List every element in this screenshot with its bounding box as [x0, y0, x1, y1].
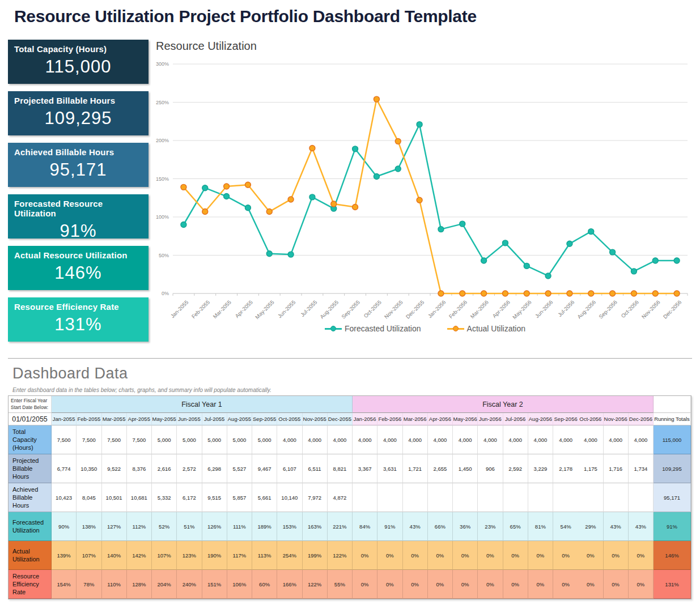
data-cell[interactable]: 4,000	[353, 425, 377, 454]
data-cell[interactable]	[578, 483, 603, 512]
data-cell[interactable]: 0%	[478, 570, 503, 599]
data-cell[interactable]: 91%	[377, 512, 402, 541]
data-cell[interactable]: 10,501	[102, 483, 127, 512]
data-cell[interactable]: 199%	[303, 541, 328, 570]
data-cell[interactable]: 3,229	[528, 454, 553, 483]
data-cell[interactable]: 126%	[202, 512, 227, 541]
data-cell[interactable]: 0%	[503, 570, 528, 599]
data-cell[interactable]: 4,000	[453, 425, 478, 454]
data-cell[interactable]: 2,572	[177, 454, 202, 483]
data-cell[interactable]: 0%	[478, 541, 503, 570]
data-cell[interactable]: 5,857	[227, 483, 252, 512]
data-cell[interactable]: 9,467	[252, 454, 277, 483]
data-cell[interactable]	[528, 483, 553, 512]
data-cell[interactable]: 4,000	[303, 425, 328, 454]
data-cell[interactable]: 84%	[353, 512, 377, 541]
data-cell[interactable]: 154%	[52, 570, 77, 599]
data-cell[interactable]: 5,000	[152, 425, 177, 454]
data-cell[interactable]: 254%	[277, 541, 302, 570]
data-cell[interactable]: 0%	[503, 541, 528, 570]
data-cell[interactable]	[604, 483, 629, 512]
data-cell[interactable]: 189%	[252, 512, 277, 541]
data-cell[interactable]: 52%	[152, 512, 177, 541]
data-cell[interactable]: 5,000	[177, 425, 202, 454]
data-cell[interactable]: 4,000	[553, 425, 578, 454]
data-cell[interactable]: 140%	[102, 541, 127, 570]
data-cell[interactable]	[428, 483, 453, 512]
data-cell[interactable]: 204%	[152, 570, 177, 599]
data-cell[interactable]	[503, 483, 528, 512]
data-cell[interactable]: 127%	[102, 512, 127, 541]
data-cell[interactable]: 65%	[503, 512, 528, 541]
data-cell[interactable]: 107%	[77, 541, 101, 570]
data-cell[interactable]: 8,376	[127, 454, 152, 483]
data-cell[interactable]: 2,616	[152, 454, 177, 483]
data-cell[interactable]: 240%	[177, 570, 202, 599]
data-cell[interactable]: 29%	[578, 512, 603, 541]
data-cell[interactable]: 0%	[553, 570, 578, 599]
data-cell[interactable]: 23%	[478, 512, 503, 541]
data-cell[interactable]: 60%	[252, 570, 277, 599]
data-cell[interactable]: 10,350	[77, 454, 101, 483]
data-cell[interactable]: 166%	[277, 570, 302, 599]
data-cell[interactable]: 4,000	[277, 425, 302, 454]
data-cell[interactable]: 43%	[604, 512, 629, 541]
data-cell[interactable]: 113%	[252, 541, 277, 570]
data-cell[interactable]: 4,000	[428, 425, 453, 454]
data-cell[interactable]	[377, 483, 402, 512]
data-cell[interactable]: 6,172	[177, 483, 202, 512]
data-cell[interactable]: 0%	[353, 541, 377, 570]
data-cell[interactable]: 138%	[77, 512, 101, 541]
data-cell[interactable]	[478, 483, 503, 512]
data-cell[interactable]: 0%	[453, 570, 478, 599]
data-cell[interactable]: 5,000	[227, 425, 252, 454]
data-cell[interactable]: 107%	[152, 541, 177, 570]
data-cell[interactable]: 1,721	[403, 454, 428, 483]
data-cell[interactable]: 112%	[127, 512, 152, 541]
data-cell[interactable]: 7,500	[102, 425, 127, 454]
data-cell[interactable]: 4,000	[377, 425, 402, 454]
data-cell[interactable]: 1,175	[578, 454, 603, 483]
data-cell[interactable]: 54%	[553, 512, 578, 541]
data-cell[interactable]: 128%	[127, 570, 152, 599]
data-cell[interactable]: 78%	[77, 570, 101, 599]
data-cell[interactable]: 8,821	[328, 454, 353, 483]
data-cell[interactable]: 43%	[403, 512, 428, 541]
data-cell[interactable]: 7,972	[303, 483, 328, 512]
data-cell[interactable]: 2,592	[503, 454, 528, 483]
data-cell[interactable]: 4,872	[328, 483, 353, 512]
data-cell[interactable]: 9,522	[102, 454, 127, 483]
data-cell[interactable]: 0%	[528, 570, 553, 599]
data-cell[interactable]: 0%	[428, 541, 453, 570]
data-cell[interactable]: 0%	[578, 570, 603, 599]
data-cell[interactable]: 66%	[428, 512, 453, 541]
data-cell[interactable]: 0%	[604, 570, 629, 599]
data-cell[interactable]: 110%	[102, 570, 127, 599]
data-cell[interactable]: 6,107	[277, 454, 302, 483]
data-cell[interactable]: 10,423	[52, 483, 77, 512]
data-cell[interactable]: 0%	[629, 570, 654, 599]
data-cell[interactable]: 0%	[629, 541, 654, 570]
fiscal-start-date-cell[interactable]: 01/01/2055	[9, 413, 52, 425]
data-cell[interactable]: 8,045	[77, 483, 101, 512]
data-cell[interactable]: 4,000	[629, 425, 654, 454]
data-cell[interactable]: 6,774	[52, 454, 77, 483]
data-cell[interactable]: 1,734	[629, 454, 654, 483]
data-cell[interactable]: 139%	[52, 541, 77, 570]
data-cell[interactable]: 122%	[303, 570, 328, 599]
data-cell[interactable]: 2,178	[553, 454, 578, 483]
data-cell[interactable]: 7,500	[127, 425, 152, 454]
data-cell[interactable]: 4,000	[328, 425, 353, 454]
data-cell[interactable]: 81%	[528, 512, 553, 541]
data-cell[interactable]: 4,000	[578, 425, 603, 454]
data-cell[interactable]: 1,450	[453, 454, 478, 483]
data-cell[interactable]: 0%	[353, 570, 377, 599]
data-cell[interactable]	[629, 483, 654, 512]
data-cell[interactable]: 4,000	[604, 425, 629, 454]
data-cell[interactable]: 10,681	[127, 483, 152, 512]
data-cell[interactable]: 5,000	[252, 425, 277, 454]
data-cell[interactable]: 111%	[227, 512, 252, 541]
data-cell[interactable]: 0%	[428, 570, 453, 599]
data-cell[interactable]: 0%	[377, 570, 402, 599]
data-cell[interactable]: 0%	[377, 541, 402, 570]
